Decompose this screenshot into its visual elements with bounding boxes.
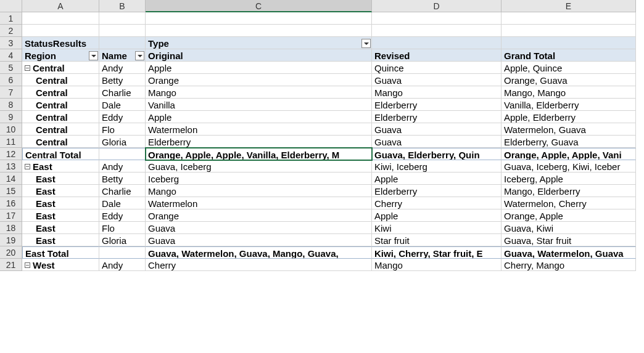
row-header-14[interactable]: 14 [0,172,22,185]
cell[interactable] [99,25,146,37]
east-total-label[interactable]: East Total [22,246,99,259]
region-cell[interactable]: Central [22,136,99,148]
original-cell[interactable]: Watermelon [146,123,372,136]
row-header-19[interactable]: 19 [0,234,22,246]
region-cell[interactable]: East [22,234,99,246]
col-header-D[interactable]: D [372,0,502,12]
grandtotal-cell[interactable]: Mango, Mango [502,86,636,99]
revised-cell[interactable]: Mango [372,86,502,99]
grandtotal-cell[interactable]: Orange, Apple [502,209,636,222]
pivot-header-region[interactable]: Region [22,49,99,62]
grandtotal-cell[interactable]: Guava, Star fruit [502,234,636,246]
spreadsheet-grid[interactable]: ABCDE123StatusResultsType4RegionNameOrig… [0,0,644,271]
row-header-1[interactable]: 1 [0,12,22,25]
name-cell[interactable]: Charlie [99,185,146,197]
region-cell[interactable]: Central [22,111,99,123]
original-cell[interactable]: Orange [146,74,372,86]
original-cell[interactable]: Cherry [146,259,372,271]
pivot-header-grand-total[interactable]: Grand Total [502,49,636,62]
row-header-11[interactable]: 11 [0,136,22,148]
region-cell[interactable]: West [22,259,99,271]
original-cell[interactable]: Iceberg [146,172,372,185]
grandtotal-cell[interactable]: Guava, Kiwi [502,222,636,234]
name-cell[interactable]: Eddy [99,209,146,222]
grandtotal-cell[interactable]: Watermelon, Guava [502,123,636,136]
grandtotal-cell[interactable]: Apple, Elderberry [502,111,636,123]
row-header-21[interactable]: 21 [0,259,22,271]
revised-cell[interactable]: Cherry [372,197,502,209]
cell[interactable] [22,12,99,25]
select-all-corner[interactable] [0,0,22,12]
pivot-header-original[interactable]: Original [146,49,372,62]
revised-cell[interactable]: Guava [372,136,502,148]
cell[interactable] [372,25,502,37]
name-cell[interactable]: Eddy [99,111,146,123]
revised-cell[interactable]: Mango [372,259,502,271]
revised-cell[interactable]: Elderberry [372,185,502,197]
revised-cell[interactable]: Guava [372,123,502,136]
original-cell[interactable]: Mango [146,86,372,99]
row-header-12[interactable]: 12 [0,148,22,160]
pivot-field-type[interactable]: Type [146,37,372,49]
grandtotal-cell[interactable]: Mango, Elderberry [502,185,636,197]
cell[interactable] [146,25,372,37]
name-cell[interactable]: Andy [99,259,146,271]
row-header-9[interactable]: 9 [0,111,22,123]
revised-cell[interactable]: Guava [372,74,502,86]
collapse-icon[interactable] [25,65,30,71]
central-total-original[interactable]: Orange, Apple, Apple, Vanilla, Elderberr… [146,148,372,160]
grandtotal-cell[interactable]: Guava, Iceberg, Kiwi, Iceber [502,160,636,172]
region-cell[interactable]: Central [22,86,99,99]
grandtotal-cell[interactable]: Orange, Guava [502,74,636,86]
name-cell[interactable]: Gloria [99,234,146,246]
pivot-header-name[interactable]: Name [99,49,146,62]
original-cell[interactable]: Mango [146,185,372,197]
row-header-7[interactable]: 7 [0,86,22,99]
name-cell[interactable]: Dale [99,197,146,209]
region-cell[interactable]: Central [22,99,99,111]
grandtotal-cell[interactable]: Elderberry, Guava [502,136,636,148]
name-cell[interactable]: Gloria [99,136,146,148]
revised-cell[interactable]: Quince [372,62,502,74]
row-header-8[interactable]: 8 [0,99,22,111]
row-header-16[interactable]: 16 [0,197,22,209]
grandtotal-cell[interactable]: Watermelon, Cherry [502,197,636,209]
name-cell[interactable]: Flo [99,123,146,136]
name-cell[interactable]: Betty [99,74,146,86]
col-header-C[interactable]: C [146,0,372,12]
cell[interactable] [99,148,146,160]
filter-dropdown-icon[interactable] [361,39,371,48]
row-header-4[interactable]: 4 [0,49,22,62]
region-cell[interactable]: East [22,209,99,222]
pivot-header-revised[interactable]: Revised [372,49,502,62]
cell[interactable] [372,12,502,25]
region-cell[interactable]: East [22,172,99,185]
revised-cell[interactable]: Apple [372,172,502,185]
revised-cell[interactable]: Elderberry [372,99,502,111]
original-cell[interactable]: Vanilla [146,99,372,111]
name-cell[interactable]: Andy [99,62,146,74]
col-header-A[interactable]: A [22,0,99,12]
name-cell[interactable]: Betty [99,172,146,185]
cell[interactable] [502,12,636,25]
central-total-revised[interactable]: Guava, Elderberry, Quin [372,148,502,160]
grandtotal-cell[interactable]: Vanilla, Elderberry [502,99,636,111]
cell[interactable] [372,37,502,49]
region-cell[interactable]: Central [22,74,99,86]
cell[interactable] [99,12,146,25]
row-header-15[interactable]: 15 [0,185,22,197]
name-cell[interactable]: Dale [99,99,146,111]
revised-cell[interactable]: Star fruit [372,234,502,246]
original-cell[interactable]: Apple [146,111,372,123]
collapse-icon[interactable] [25,164,30,169]
name-cell[interactable]: Charlie [99,86,146,99]
region-cell[interactable]: Central [22,62,99,74]
east-total-original[interactable]: Guava, Watermelon, Guava, Mango, Guava, [146,246,372,259]
row-header-6[interactable]: 6 [0,74,22,86]
col-header-B[interactable]: B [99,0,146,12]
original-cell[interactable]: Elderberry [146,136,372,148]
collapse-icon[interactable] [25,262,30,268]
region-cell[interactable]: Central [22,123,99,136]
grandtotal-cell[interactable]: Cherry, Mango [502,259,636,271]
row-header-13[interactable]: 13 [0,160,22,172]
